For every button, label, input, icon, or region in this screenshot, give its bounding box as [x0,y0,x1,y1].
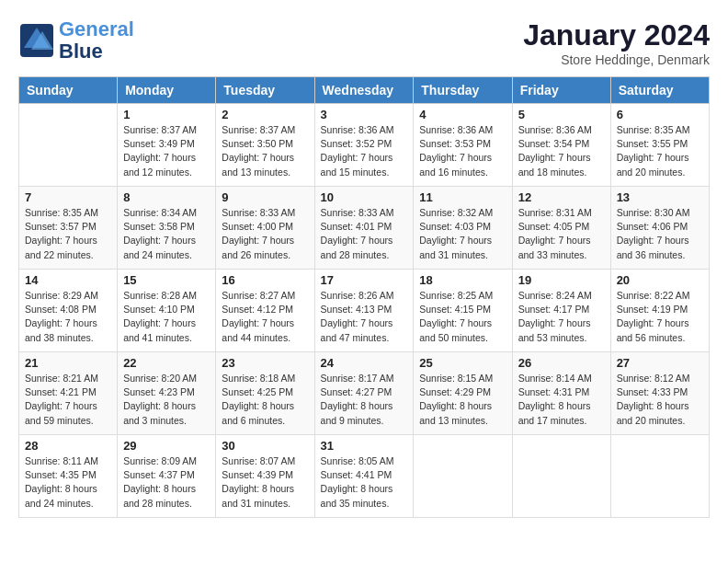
day-number: 20 [617,273,703,287]
day-header-tuesday: Tuesday [216,77,314,104]
calendar-body: 1 Sunrise: 8:37 AM Sunset: 3:49 PM Dayli… [19,104,710,518]
calendar-cell: 8 Sunrise: 8:34 AM Sunset: 3:58 PM Dayli… [118,187,216,270]
calendar-cell: 13 Sunrise: 8:30 AM Sunset: 4:06 PM Dayl… [610,187,709,270]
daylight-text: Daylight: 7 hours and 59 minutes. [25,400,97,425]
daylight-text: Daylight: 8 hours and 28 minutes. [123,483,196,508]
cell-content: Sunrise: 8:33 AM Sunset: 4:00 PM Dayligh… [222,206,308,262]
sunrise-text: Sunrise: 8:14 AM [518,373,592,384]
cell-content: Sunrise: 8:15 AM Sunset: 4:29 PM Dayligh… [419,372,506,428]
sunrise-text: Sunrise: 8:15 AM [419,373,493,384]
day-header-sunday: Sunday [19,77,118,104]
sunset-text: Sunset: 4:23 PM [123,386,195,397]
cell-content: Sunrise: 8:37 AM Sunset: 3:50 PM Dayligh… [222,123,308,179]
daylight-text: Daylight: 7 hours and 33 minutes. [518,235,591,259]
daylight-text: Daylight: 7 hours and 50 minutes. [419,317,492,342]
calendar-cell [19,104,118,187]
calendar-cell [512,435,610,518]
week-row-1: 1 Sunrise: 8:37 AM Sunset: 3:49 PM Dayli… [19,104,710,187]
cell-content: Sunrise: 8:09 AM Sunset: 4:37 PM Dayligh… [123,454,210,511]
sunset-text: Sunset: 4:35 PM [25,469,97,480]
logo-text: GeneralBlue [59,18,134,63]
calendar-cell: 21 Sunrise: 8:21 AM Sunset: 4:21 PM Dayl… [19,352,118,435]
sunset-text: Sunset: 4:31 PM [518,386,590,397]
cell-content: Sunrise: 8:26 AM Sunset: 4:13 PM Dayligh… [321,289,408,345]
calendar-cell: 19 Sunrise: 8:24 AM Sunset: 4:17 PM Dayl… [512,270,610,352]
week-row-4: 21 Sunrise: 8:21 AM Sunset: 4:21 PM Dayl… [19,352,710,435]
sunrise-text: Sunrise: 8:32 AM [419,207,493,218]
day-number: 2 [222,108,308,121]
sunrise-text: Sunrise: 8:37 AM [123,124,197,135]
calendar-cell: 29 Sunrise: 8:09 AM Sunset: 4:37 PM Dayl… [118,435,216,518]
cell-content: Sunrise: 8:05 AM Sunset: 4:41 PM Dayligh… [321,454,408,511]
day-number: 21 [25,356,111,370]
day-number: 24 [321,356,408,370]
day-number: 5 [518,108,605,121]
calendar-cell: 26 Sunrise: 8:14 AM Sunset: 4:31 PM Dayl… [512,352,610,435]
cell-content: Sunrise: 8:21 AM Sunset: 4:21 PM Dayligh… [25,372,111,428]
day-number: 23 [222,356,308,370]
day-number: 26 [518,356,605,370]
sunset-text: Sunset: 3:54 PM [518,138,590,149]
cell-content: Sunrise: 8:37 AM Sunset: 3:49 PM Dayligh… [123,123,210,179]
daylight-text: Daylight: 7 hours and 16 minutes. [419,152,492,177]
calendar-cell: 4 Sunrise: 8:36 AM Sunset: 3:53 PM Dayli… [414,104,512,187]
sunrise-text: Sunrise: 8:22 AM [617,290,690,301]
daylight-text: Daylight: 8 hours and 31 minutes. [222,483,294,508]
sunset-text: Sunset: 3:49 PM [123,138,195,149]
day-number: 9 [222,190,308,204]
cell-content: Sunrise: 8:27 AM Sunset: 4:12 PM Dayligh… [222,289,308,345]
day-number: 28 [25,439,111,453]
day-number: 29 [123,439,210,453]
day-number: 15 [123,273,210,287]
daylight-text: Daylight: 8 hours and 3 minutes. [123,400,196,425]
calendar-cell: 18 Sunrise: 8:25 AM Sunset: 4:15 PM Dayl… [414,270,512,352]
calendar-cell: 17 Sunrise: 8:26 AM Sunset: 4:13 PM Dayl… [314,270,414,352]
sunrise-text: Sunrise: 8:25 AM [419,290,493,301]
cell-content: Sunrise: 8:12 AM Sunset: 4:33 PM Dayligh… [617,372,703,428]
sunrise-text: Sunrise: 8:33 AM [222,207,295,218]
daylight-text: Daylight: 7 hours and 13 minutes. [222,152,294,177]
sunset-text: Sunset: 3:52 PM [321,138,392,149]
daylight-text: Daylight: 7 hours and 41 minutes. [123,317,196,342]
sunrise-text: Sunrise: 8:12 AM [617,373,690,384]
page-header: GeneralBlue January 2024 Store Heddinge,… [18,18,710,67]
day-number: 19 [518,273,605,287]
day-number: 4 [419,108,506,121]
day-header-wednesday: Wednesday [314,77,414,104]
calendar-cell [414,435,512,518]
cell-content: Sunrise: 8:11 AM Sunset: 4:35 PM Dayligh… [25,454,111,511]
calendar-cell: 3 Sunrise: 8:36 AM Sunset: 3:52 PM Dayli… [314,104,414,187]
calendar-cell: 1 Sunrise: 8:37 AM Sunset: 3:49 PM Dayli… [118,104,216,187]
calendar-cell: 28 Sunrise: 8:11 AM Sunset: 4:35 PM Dayl… [19,435,118,518]
sunset-text: Sunset: 4:12 PM [222,304,293,315]
day-number: 11 [419,190,506,204]
day-number: 27 [617,356,703,370]
calendar-cell: 9 Sunrise: 8:33 AM Sunset: 4:00 PM Dayli… [216,187,314,270]
cell-content: Sunrise: 8:35 AM Sunset: 3:57 PM Dayligh… [25,206,111,262]
sunset-text: Sunset: 4:39 PM [222,469,293,480]
daylight-text: Daylight: 7 hours and 38 minutes. [25,317,97,342]
daylight-text: Daylight: 7 hours and 44 minutes. [222,317,294,342]
sunrise-text: Sunrise: 8:26 AM [321,290,394,301]
cell-content: Sunrise: 8:34 AM Sunset: 3:58 PM Dayligh… [123,206,210,262]
calendar-cell: 31 Sunrise: 8:05 AM Sunset: 4:41 PM Dayl… [314,435,414,518]
cell-content: Sunrise: 8:30 AM Sunset: 4:06 PM Dayligh… [617,206,703,262]
daylight-text: Daylight: 8 hours and 24 minutes. [25,483,97,508]
daylight-text: Daylight: 7 hours and 56 minutes. [617,317,689,342]
sunrise-text: Sunrise: 8:27 AM [222,290,295,301]
calendar-cell: 25 Sunrise: 8:15 AM Sunset: 4:29 PM Dayl… [414,352,512,435]
sunrise-text: Sunrise: 8:05 AM [321,455,394,466]
calendar-cell: 20 Sunrise: 8:22 AM Sunset: 4:19 PM Dayl… [610,270,709,352]
day-number: 31 [321,439,408,453]
sunrise-text: Sunrise: 8:30 AM [617,207,690,218]
day-number: 1 [123,108,210,121]
calendar-cell: 6 Sunrise: 8:35 AM Sunset: 3:55 PM Dayli… [610,104,709,187]
sunrise-text: Sunrise: 8:34 AM [123,207,197,218]
daylight-text: Daylight: 7 hours and 28 minutes. [321,235,393,259]
sunrise-text: Sunrise: 8:21 AM [25,373,98,384]
day-number: 7 [25,190,111,204]
day-number: 25 [419,356,506,370]
header-row: SundayMondayTuesdayWednesdayThursdayFrid… [19,77,710,104]
sunrise-text: Sunrise: 8:36 AM [419,124,493,135]
daylight-text: Daylight: 7 hours and 36 minutes. [617,235,689,259]
